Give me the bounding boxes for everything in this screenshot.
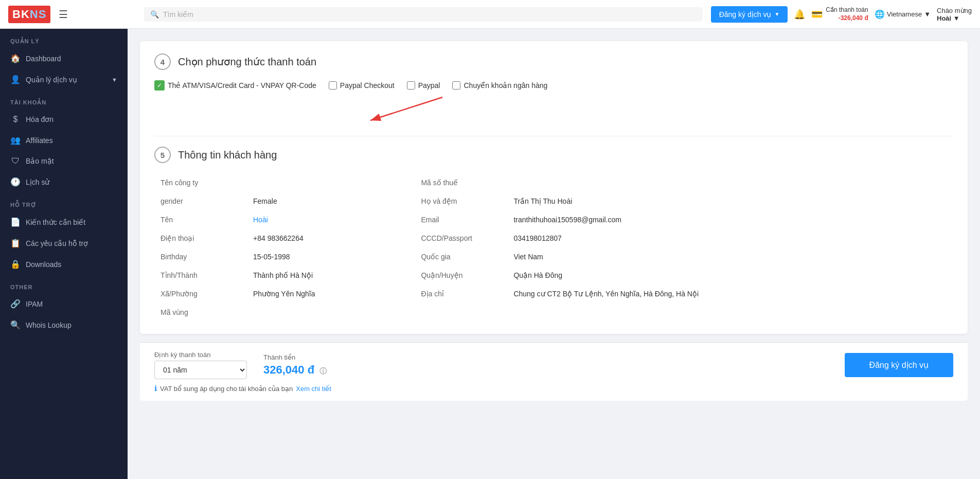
billing-period-select[interactable]: 01 năm bbox=[154, 361, 247, 379]
vat-notice: ℹ VAT bổ sung áp dụng cho tài khoản của … bbox=[154, 384, 953, 393]
arrow-annotation bbox=[154, 95, 953, 126]
vat-detail-link[interactable]: Xem chi tiết bbox=[296, 385, 331, 393]
field-label: Tên công ty bbox=[154, 173, 247, 192]
field-value2 bbox=[507, 173, 953, 192]
table-row: Birthday 15-05-1998 Quốc gia Viet Nam bbox=[154, 247, 953, 266]
main-content: 4 Chọn phương thức thanh toán ✓ Thẻ ATM/… bbox=[128, 29, 980, 479]
sidebar-item-invoices[interactable]: $ Hóa đơn bbox=[0, 109, 128, 130]
field-label2: CCCD/Passport bbox=[415, 229, 507, 247]
table-row: Tên Hoài Email tranthithuhoai150598@gmai… bbox=[154, 210, 953, 229]
sidebar-item-label-knowledge: Kiến thức cần biết bbox=[26, 218, 85, 226]
sidebar-item-downloads[interactable]: 🔒 Downloads bbox=[0, 254, 128, 275]
field-label2: Email bbox=[415, 210, 507, 229]
field-value2: Quận Hà Đông bbox=[507, 266, 953, 285]
billing-summary[interactable]: 💳 Cần thanh toán -326,040 đ bbox=[811, 6, 868, 22]
field-value2: 034198012807 bbox=[507, 229, 953, 247]
menu-toggle-icon[interactable]: ☰ bbox=[59, 8, 68, 21]
step5-title: Thông tin khách hàng bbox=[178, 149, 277, 161]
red-arrow-svg bbox=[350, 95, 463, 126]
ipam-icon: 🔗 bbox=[10, 299, 21, 309]
logo: BKNS bbox=[8, 6, 50, 23]
language-selector[interactable]: 🌐 Vietnamese ▼ bbox=[875, 9, 931, 19]
header-logo: BKNS ☰ bbox=[8, 6, 136, 23]
step4-title: Chọn phương thức thanh toán bbox=[178, 56, 316, 68]
service-mgmt-icon: 👤 bbox=[10, 75, 21, 84]
field-label: Mã vùng bbox=[154, 303, 247, 322]
payment-methods: ✓ Thẻ ATM/VISA/Credit Card - VNPAY QR-Co… bbox=[154, 80, 953, 91]
svg-line-1 bbox=[370, 97, 442, 120]
field-value: Female bbox=[247, 192, 415, 210]
billing-period: Định kỳ thanh toán 01 năm bbox=[154, 351, 247, 379]
sidebar-item-label-support: Các yêu cầu hỗ trợ bbox=[26, 239, 88, 247]
field-label2: Địa chỉ bbox=[415, 285, 507, 303]
sidebar-item-knowledge[interactable]: 📄 Kiến thức cần biết bbox=[0, 211, 128, 233]
downloads-icon: 🔒 bbox=[10, 259, 21, 269]
payment-atm[interactable]: ✓ Thẻ ATM/VISA/Credit Card - VNPAY QR-Co… bbox=[154, 80, 316, 91]
sidebar-item-whois[interactable]: 🔍 Whois Lookup bbox=[0, 314, 128, 335]
step5-number: 5 bbox=[154, 147, 171, 163]
field-value2: tranthithuhoai150598@gmail.com bbox=[507, 210, 953, 229]
greeting-dropdown-icon: ▼ bbox=[953, 14, 960, 22]
sidebar-section-tài-khoản: TÀI KHOẢN bbox=[0, 90, 128, 109]
user-greeting[interactable]: Chào mừng Hoài ▼ bbox=[937, 7, 972, 22]
sidebar-item-history[interactable]: 🕐 Lịch sử bbox=[0, 171, 128, 192]
search-bar: 🔍 bbox=[144, 7, 703, 22]
whois-icon: 🔍 bbox=[10, 320, 21, 330]
sidebar-item-service-mgmt[interactable]: 👤 Quản lý dịch vụ ▼ bbox=[0, 69, 128, 90]
sidebar-item-label-whois: Whois Lookup bbox=[26, 321, 72, 329]
table-row: gender Female Họ và đệm Trần Thị Thu Hoà… bbox=[154, 192, 953, 210]
sidebar-section-other: OTHER bbox=[0, 275, 128, 293]
step5-header: 5 Thông tin khách hàng bbox=[154, 147, 953, 163]
field-value: Phường Yên Nghĩa bbox=[247, 285, 415, 303]
payment-bank-transfer[interactable]: Chuyển khoản ngân hàng bbox=[452, 81, 547, 90]
register-service-header-button[interactable]: Đăng ký dịch vụ ▼ bbox=[711, 6, 788, 23]
table-row: Xã/Phường Phường Yên Nghĩa Địa chỉ Chung… bbox=[154, 285, 953, 303]
history-icon: 🕐 bbox=[10, 177, 21, 187]
content-card: 4 Chọn phương thức thanh toán ✓ Thẻ ATM/… bbox=[140, 41, 968, 334]
field-label: Birthday bbox=[154, 247, 247, 266]
step4-header: 4 Chọn phương thức thanh toán bbox=[154, 54, 953, 70]
search-input[interactable] bbox=[163, 10, 697, 19]
billing-icon: 💳 bbox=[811, 9, 823, 20]
table-row: Mã vùng bbox=[154, 303, 953, 322]
sidebar-item-security[interactable]: 🛡 Bảo mật bbox=[0, 151, 128, 171]
billing-period-label: Định kỳ thanh toán bbox=[154, 351, 247, 359]
field-value2: Trần Thị Thu Hoài bbox=[507, 192, 953, 210]
field-value: Hoài bbox=[247, 210, 415, 229]
payment-paypal-checkout[interactable]: Paypal Checkout bbox=[329, 81, 395, 90]
table-row: Điện thoại +84 983662264 CCCD/Passport 0… bbox=[154, 229, 953, 247]
paypal-checkout-checkbox[interactable] bbox=[329, 81, 337, 90]
customer-info-table: Tên công ty Mã số thuế gender Female Họ … bbox=[154, 173, 953, 322]
sidebar-item-label-downloads: Downloads bbox=[26, 260, 61, 269]
field-value bbox=[247, 303, 415, 322]
field-value bbox=[247, 173, 415, 192]
total-amount: Thành tiền 326,040 đ ⓘ bbox=[263, 353, 327, 377]
total-info-icon: ⓘ bbox=[319, 367, 327, 375]
globe-icon: 🌐 bbox=[875, 9, 885, 19]
payment-paypal[interactable]: Paypal bbox=[407, 81, 440, 90]
field-value2: Chung cư CT2 Bộ Tư Lệnh, Yên Nghĩa, Hà Đ… bbox=[507, 285, 953, 303]
sidebar-item-label-dashboard: Dashboard bbox=[26, 55, 61, 63]
sidebar-item-label-service-mgmt: Quản lý dịch vụ bbox=[26, 76, 77, 84]
table-row: Tên công ty Mã số thuế bbox=[154, 173, 953, 192]
field-label: gender bbox=[154, 192, 247, 210]
sidebar-item-ipam[interactable]: 🔗 IPAM bbox=[0, 293, 128, 314]
field-value: Thành phố Hà Nội bbox=[247, 266, 415, 285]
register-service-button[interactable]: Đăng ký dịch vụ bbox=[845, 353, 953, 377]
sidebar-section-quản-lý: QUẢN LÝ bbox=[0, 29, 128, 48]
bottom-bar-row: Định kỳ thanh toán 01 năm Thành tiền 326… bbox=[154, 351, 953, 379]
notification-icon[interactable]: 🔔 bbox=[794, 9, 805, 20]
knowledge-icon: 📄 bbox=[10, 217, 21, 227]
paypal-checkbox[interactable] bbox=[407, 81, 415, 90]
bank-transfer-checkbox[interactable] bbox=[452, 81, 460, 90]
sidebar-item-label-history: Lịch sử bbox=[26, 178, 49, 186]
affiliates-icon: 👥 bbox=[10, 135, 21, 145]
field-label2: Họ và đệm bbox=[415, 192, 507, 210]
support-icon: 📋 bbox=[10, 238, 21, 248]
sidebar-item-dashboard[interactable]: 🏠 Dashboard bbox=[0, 48, 128, 69]
sidebar-item-affiliates[interactable]: 👥 Affiliates bbox=[0, 130, 128, 151]
sidebar-item-support[interactable]: 📋 Các yêu cầu hỗ trợ bbox=[0, 233, 128, 254]
sidebar-item-label-ipam: IPAM bbox=[26, 300, 43, 308]
field-label: Tỉnh/Thành bbox=[154, 266, 247, 285]
search-icon: 🔍 bbox=[150, 10, 159, 19]
